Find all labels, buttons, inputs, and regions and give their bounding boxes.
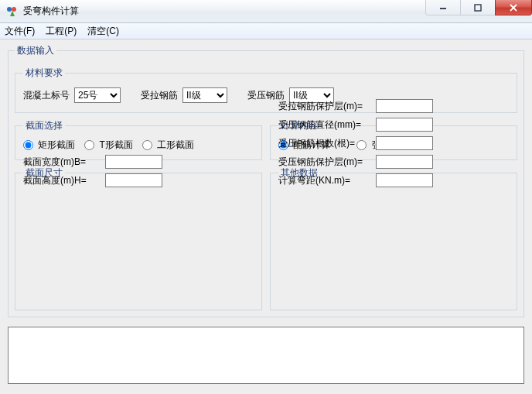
window-title: 受弯构件计算: [23, 5, 79, 18]
group-section-dims: 截面尺寸 截面宽度(m)B= 截面高度(m)H=: [15, 166, 262, 310]
section-width-label: 截面宽度(m)B=: [23, 156, 101, 169]
compress-diameter-label: 受压钢筋直径(mm)=: [278, 118, 371, 132]
svg-point-1: [12, 7, 16, 12]
tensile-rebar-select[interactable]: II级: [182, 87, 227, 103]
app-icon: [6, 5, 19, 18]
tensile-cover-label: 受拉钢筋保护层(m)=: [278, 100, 371, 113]
concrete-grade-label: 混凝土标号: [23, 89, 70, 102]
group-section-select-legend: 截面选择: [23, 119, 65, 132]
titlebar: 受弯构件计算: [0, 0, 532, 23]
tensile-cover-input[interactable]: [376, 99, 433, 113]
radio-t-label: T形截面: [99, 139, 132, 150]
radio-i-input[interactable]: [142, 140, 152, 150]
maximize-icon: [474, 4, 482, 12]
section-height-label: 截面高度(m)H=: [23, 174, 101, 187]
radio-i-label: 工形截面: [157, 139, 194, 150]
output-textarea[interactable]: [8, 327, 524, 384]
radio-rect-input[interactable]: [23, 140, 33, 150]
group-material-legend: 材料要求: [23, 67, 65, 80]
group-data-input: 数据输入 材料要求 混凝土标号 25号 受拉钢筋 II级 受压钢筋: [8, 44, 524, 317]
maximize-button[interactable]: [460, 0, 496, 15]
close-icon: [509, 4, 518, 12]
client-area: 数据输入 材料要求 混凝土标号 25号 受拉钢筋 II级 受压钢筋: [0, 39, 532, 394]
compress-cover-input[interactable]: [376, 155, 433, 169]
menu-file[interactable]: 文件(F): [5, 25, 35, 38]
menu-clear[interactable]: 清空(C): [87, 25, 119, 38]
moment-label: 计算弯距(KN.m)=: [278, 174, 371, 187]
svg-point-0: [7, 7, 12, 12]
compress-diameter-input[interactable]: [376, 118, 433, 132]
radio-rect-label: 矩形截面: [38, 139, 75, 150]
compress-count-input[interactable]: [376, 136, 433, 150]
radio-t-input[interactable]: [84, 140, 94, 150]
group-data-input-legend: 数据输入: [15, 44, 56, 57]
close-button[interactable]: [495, 0, 532, 15]
moment-input[interactable]: [376, 173, 433, 187]
compress-cover-label: 受压钢筋保护层(m)=: [278, 156, 371, 169]
section-width-input[interactable]: [105, 155, 162, 169]
compress-count-label: 受压钢筋根数(根)=: [278, 137, 371, 150]
menubar: 文件(F) 工程(P) 清空(C): [0, 23, 532, 39]
concrete-grade-select[interactable]: 25号: [74, 87, 121, 103]
tensile-rebar-label: 受拉钢筋: [141, 89, 178, 102]
window-controls: [426, 0, 532, 15]
svg-rect-3: [475, 5, 481, 11]
minimize-icon: [439, 4, 447, 12]
minimize-button[interactable]: [425, 0, 461, 15]
group-other-data: 其他数据 受拉钢筋保护层(m)= 受压钢筋直径(mm)= 受压钢筋根数(根)=: [270, 166, 517, 310]
menu-project[interactable]: 工程(P): [46, 25, 77, 38]
section-height-input[interactable]: [105, 173, 162, 187]
svg-rect-2: [440, 8, 446, 9]
